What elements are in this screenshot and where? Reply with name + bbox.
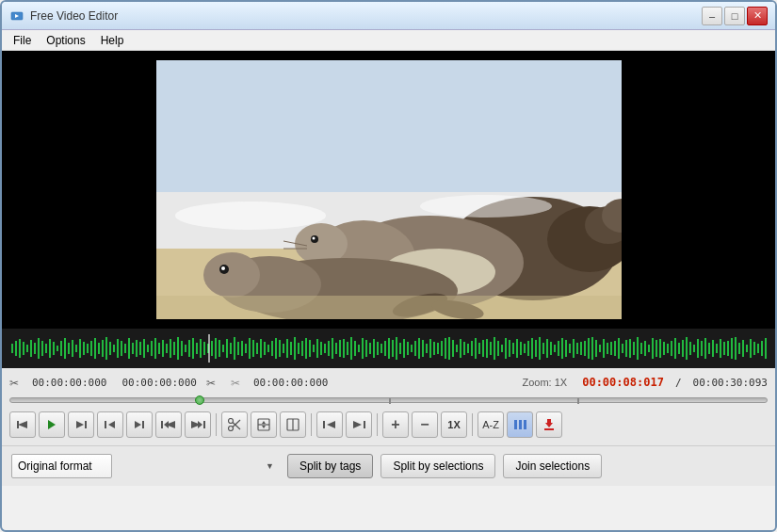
svg-rect-217 (716, 344, 718, 353)
bars-button[interactable] (507, 411, 533, 438)
svg-rect-149 (460, 339, 461, 358)
svg-rect-43 (60, 341, 62, 356)
svg-rect-226 (750, 339, 752, 358)
svg-rect-96 (260, 339, 262, 358)
waveform-bar (2, 329, 775, 368)
svg-rect-111 (316, 339, 318, 358)
svg-rect-204 (667, 344, 669, 353)
svg-marker-263 (353, 421, 362, 428)
step-back-btn[interactable] (97, 411, 123, 438)
svg-rect-83 (211, 341, 213, 356)
az-button[interactable]: A-Z (478, 411, 504, 438)
svg-rect-180 (576, 343, 578, 354)
svg-rect-137 (414, 341, 416, 356)
svg-rect-227 (753, 342, 755, 355)
svg-rect-207 (678, 343, 680, 354)
go-end-btn[interactable] (185, 411, 211, 438)
svg-point-251 (229, 419, 234, 424)
svg-rect-106 (298, 343, 299, 354)
svg-marker-237 (48, 420, 56, 429)
svg-rect-183 (588, 338, 590, 359)
zoom-in-btn[interactable]: + (382, 411, 409, 438)
svg-rect-139 (422, 340, 424, 357)
svg-rect-168 (531, 338, 533, 359)
format-select[interactable]: Original format MP4 AVI MKV (11, 454, 112, 478)
svg-rect-148 (456, 345, 458, 352)
cut-button[interactable] (221, 411, 248, 438)
svg-rect-144 (441, 341, 443, 356)
svg-rect-142 (433, 342, 435, 355)
zoom-label: Zoom: 1X (523, 377, 568, 388)
split-button[interactable] (280, 411, 306, 438)
maximize-button[interactable]: □ (724, 7, 745, 25)
svg-rect-169 (535, 340, 537, 357)
svg-rect-240 (105, 421, 106, 428)
divider-1 (216, 413, 217, 436)
video-area (2, 51, 775, 329)
svg-rect-34 (26, 345, 28, 352)
zoom-1x-btn[interactable]: 1X (441, 411, 467, 438)
menu-options[interactable]: Options (39, 32, 92, 49)
svg-rect-218 (720, 339, 721, 358)
svg-rect-158 (494, 337, 495, 360)
svg-rect-86 (222, 345, 224, 352)
prev-mark-btn[interactable] (316, 411, 343, 438)
scrubber-thumb[interactable] (195, 395, 204, 405)
svg-rect-88 (230, 343, 232, 354)
menu-file[interactable]: File (6, 32, 39, 49)
svg-rect-85 (219, 340, 220, 357)
close-button[interactable]: ✕ (747, 7, 768, 25)
minimize-button[interactable]: – (702, 7, 722, 25)
svg-marker-256 (262, 421, 266, 424)
split-by-tags-button[interactable]: Split by tags (287, 454, 373, 478)
svg-rect-190 (614, 341, 616, 356)
svg-rect-71 (166, 344, 168, 353)
svg-rect-94 (252, 340, 254, 357)
svg-rect-108 (305, 338, 307, 359)
export-button[interactable] (536, 411, 562, 438)
svg-rect-51 (90, 341, 92, 356)
svg-rect-80 (200, 339, 202, 358)
svg-rect-97 (264, 342, 266, 355)
svg-rect-118 (343, 339, 345, 358)
extract-button[interactable] (251, 411, 277, 438)
svg-marker-242 (135, 421, 141, 428)
go-start-btn[interactable] (155, 411, 182, 438)
step-back-icon (105, 419, 116, 430)
scrubber-track[interactable] (9, 397, 768, 403)
svg-rect-70 (162, 340, 164, 357)
svg-rect-54 (102, 340, 104, 357)
svg-rect-35 (30, 340, 32, 357)
svg-rect-170 (539, 337, 541, 360)
svg-rect-33 (23, 342, 24, 355)
menu-help[interactable]: Help (93, 32, 132, 49)
go-back-btn[interactable] (9, 411, 36, 438)
svg-rect-87 (226, 339, 228, 358)
svg-rect-115 (332, 338, 333, 359)
svg-rect-228 (757, 344, 759, 353)
svg-rect-113 (324, 344, 326, 353)
main-window: Free Video Editor – □ ✕ File Options Hel… (0, 0, 777, 532)
scissors2-icon: ✂ (231, 376, 244, 389)
svg-rect-163 (512, 343, 514, 354)
video-content (156, 60, 622, 319)
bottom-section: Original format MP4 AVI MKV Split by tag… (2, 445, 775, 486)
svg-rect-40 (49, 339, 51, 358)
svg-rect-236 (17, 421, 19, 428)
svg-rect-264 (514, 420, 517, 429)
svg-rect-138 (418, 338, 420, 359)
svg-rect-62 (132, 343, 134, 354)
next-mark-btn[interactable] (346, 411, 372, 438)
svg-rect-247 (203, 421, 205, 428)
svg-rect-37 (38, 338, 40, 359)
step-fwd-btn[interactable] (126, 411, 153, 438)
svg-rect-155 (482, 340, 484, 357)
split-by-selections-button[interactable]: Split by selections (380, 454, 495, 478)
svg-rect-202 (659, 339, 661, 358)
join-selections-button[interactable]: Join selections (503, 454, 602, 478)
svg-rect-42 (57, 346, 58, 351)
zoom-out-btn[interactable]: − (412, 411, 438, 438)
play-next-btn[interactable] (68, 411, 94, 438)
play-button[interactable] (39, 411, 65, 438)
svg-rect-244 (161, 421, 163, 428)
